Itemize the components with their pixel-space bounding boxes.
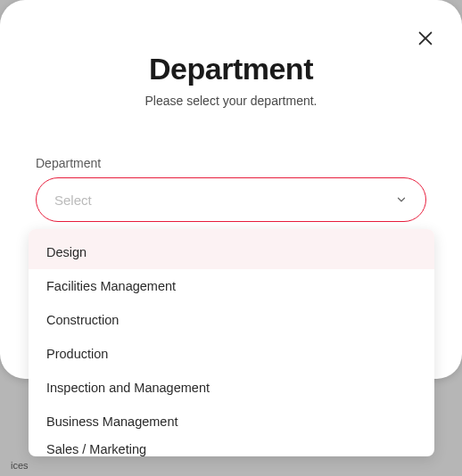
chevron-down-icon	[395, 193, 408, 206]
department-field-label: Department	[36, 156, 426, 170]
modal-title: Department	[36, 52, 426, 86]
dropdown-item-sales[interactable]: Sales / Marketing	[29, 439, 434, 456]
close-button[interactable]	[416, 29, 435, 48]
modal-subtitle: Please select your department.	[36, 94, 426, 108]
dropdown-item-facilities[interactable]: Facilities Management	[29, 269, 434, 303]
department-dropdown: Design Facilities Management Constructio…	[29, 229, 434, 456]
dropdown-item-production[interactable]: Production	[29, 337, 434, 371]
field-section: Department Select	[36, 156, 426, 222]
department-select[interactable]: Select	[36, 177, 426, 222]
dropdown-item-design[interactable]: Design	[29, 229, 434, 269]
background-text-fragment: ices	[11, 460, 29, 471]
close-icon	[416, 29, 435, 48]
modal-content: Department Please select your department…	[0, 0, 462, 222]
dropdown-item-construction[interactable]: Construction	[29, 303, 434, 337]
select-placeholder: Select	[54, 193, 92, 208]
dropdown-item-business[interactable]: Business Management	[29, 405, 434, 439]
dropdown-item-inspection[interactable]: Inspection and Management	[29, 371, 434, 405]
